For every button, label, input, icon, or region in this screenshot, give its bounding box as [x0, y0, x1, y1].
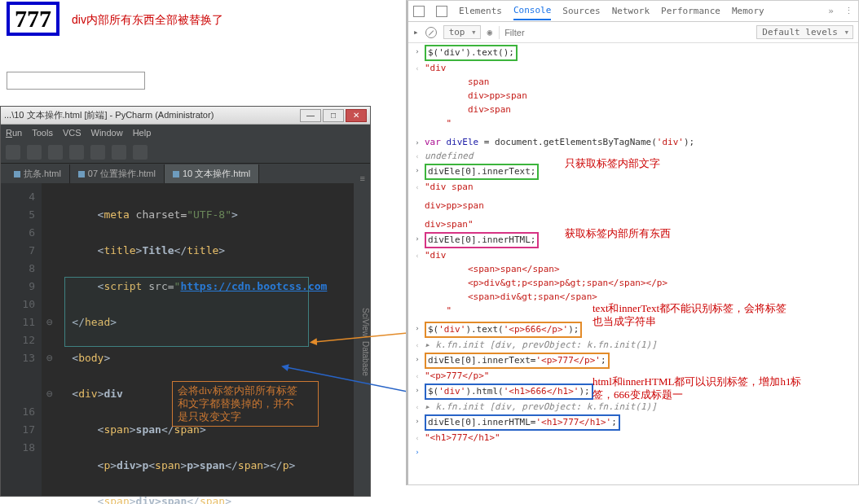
console-input: $('div').text();	[425, 45, 518, 61]
pycharm-window: ...\10 文本操作.html [前端] - PyCharm (Adminis…	[0, 106, 371, 497]
console-output-line: <span>div&gt;span</span>	[425, 291, 597, 304]
toolbar	[1, 141, 370, 164]
annotation-red-5: html和innerHTML都可以识别标签，增加h1标 签，666变成标题一	[592, 375, 801, 401]
menu-tools[interactable]: Tools	[32, 128, 53, 138]
tab-performance[interactable]: Performance	[661, 2, 720, 20]
sidebar-toggle-icon[interactable]: ▸	[413, 27, 419, 37]
code-area[interactable]: <meta charset="UTF-8"> <title>Title</tit…	[42, 183, 370, 496]
console-output-line: ▸ k.fn.init [div, prevObject: k.fn.init(…	[425, 339, 657, 352]
toolbar-button[interactable]	[90, 145, 105, 160]
page-heading-777: 777	[7, 2, 59, 36]
console-output-line: <p>div&gt;p<span>p&gt;span</span></p>	[425, 277, 667, 290]
tab-sources[interactable]: Sources	[562, 2, 600, 20]
console-toolbar: ▸ top ◉ Default levels	[408, 22, 858, 43]
annotation-red-4: text和innerText都不能识别标签，会将标签 也当成字符串	[592, 302, 786, 328]
console-input: divEle[0].innerHTML;	[425, 232, 539, 248]
window-titlebar[interactable]: ...\10 文本操作.html [前端] - PyCharm (Adminis…	[1, 107, 370, 125]
console-output-line: div>pp>span	[425, 90, 527, 103]
maximize-button[interactable]: □	[323, 109, 344, 122]
console-output-line: span	[425, 76, 489, 89]
annotation-red-3: 获取标签内部所有东西	[565, 227, 671, 240]
filter-input[interactable]	[499, 26, 605, 39]
console-output-line: div>span"	[425, 218, 474, 231]
tab-file-2[interactable]: 07 位置操作.html	[70, 164, 165, 183]
tab-console[interactable]: Console	[513, 2, 551, 20]
right-rail[interactable]: SciView Database	[354, 183, 370, 496]
tab-file-3[interactable]: 10 文本操作.html	[165, 164, 259, 183]
devtools-panel: Elements Console Sources Network Perform…	[406, 0, 859, 485]
gutter: 456 789 101112 13 161718	[1, 183, 42, 496]
window-title: ...\10 文本操作.html [前端] - PyCharm (Adminis…	[4, 109, 300, 121]
console-output-line: "	[425, 305, 452, 318]
tab-elements[interactable]: Elements	[459, 2, 502, 20]
menu-window[interactable]: Window	[91, 128, 123, 138]
toolbar-button[interactable]	[27, 145, 42, 160]
toolbar-button[interactable]	[133, 145, 148, 160]
file-icon	[14, 171, 20, 177]
annotation-red-1: div内部所有东西全部被替换了	[72, 13, 223, 28]
more-tabs-icon[interactable]: » ⋮	[828, 6, 853, 16]
close-button[interactable]: ✕	[346, 109, 367, 122]
menu-run[interactable]: RRunun	[6, 128, 22, 138]
toolbar-button[interactable]	[48, 145, 63, 160]
devtools-tabs: Elements Console Sources Network Perform…	[408, 1, 858, 22]
tab-memory[interactable]: Memory	[732, 2, 764, 20]
editor[interactable]: 456 789 101112 13 161718 <meta charset="…	[1, 183, 370, 496]
menubar: RRunun Tools VCS Window Help	[1, 125, 370, 141]
file-icon	[78, 171, 85, 177]
console-input: $('div').html('<h1>666</h1>');	[425, 383, 593, 400]
demo-input[interactable]	[7, 72, 145, 90]
console-output-line: "div span	[425, 181, 474, 194]
annotation-orange-box: 会将div标签内部所有标签 和文字都替换掉的，并不 是只改变文字	[172, 381, 319, 427]
levels-select[interactable]: Default levels	[756, 25, 853, 39]
toolbar-button[interactable]	[69, 145, 84, 160]
editor-tabs: 抗条.html 07 位置操作.html 10 文本操作.html ≡	[1, 164, 370, 183]
console-output-line: ▸ k.fn.init [div, prevObject: k.fn.init(…	[425, 401, 657, 414]
console-output-line: div>span	[425, 103, 511, 116]
console-output-line: "	[425, 117, 452, 130]
annotation-red-2: 只获取标签内部文字	[565, 157, 660, 170]
file-icon	[173, 171, 179, 177]
console-output-line: undefined	[425, 150, 474, 163]
tab-file-1[interactable]: 抗条.html	[6, 164, 70, 183]
console-output-line: "<h1>777</h1>"	[425, 432, 500, 445]
console-input: var divEle = document.getElementsByTagNa…	[425, 136, 694, 149]
inspect-icon[interactable]	[413, 6, 425, 17]
live-expression-icon[interactable]: ◉	[487, 27, 493, 37]
console-input: divEle[0].innerHTML='<h1>777</h1>';	[425, 414, 620, 431]
menu-help[interactable]: Help	[133, 128, 152, 138]
toolbar-button[interactable]	[112, 145, 126, 160]
console-output-line: "<p>777</p>"	[425, 370, 489, 383]
device-icon[interactable]	[436, 6, 447, 17]
hamburger-icon[interactable]: ≡	[360, 173, 365, 183]
context-select[interactable]: top	[443, 25, 481, 39]
minimize-button[interactable]: —	[300, 109, 321, 122]
menu-vcs[interactable]: VCS	[63, 128, 81, 138]
console-output-line: "div	[425, 62, 447, 75]
toolbar-button[interactable]	[6, 145, 20, 160]
clear-console-icon[interactable]	[425, 27, 437, 38]
tab-network[interactable]: Network	[612, 2, 650, 20]
console-input: $('div').text('<p>666</p>');	[425, 322, 582, 338]
console-output[interactable]: ›$('div').text(); ‹"div span div>pp>span…	[408, 43, 858, 484]
console-output-line: div>pp>span	[425, 199, 484, 213]
console-input: divEle[0].innerText;	[425, 164, 539, 180]
console-output-line: "div	[425, 249, 447, 262]
console-input: divEle[0].innerText='<p>777</p>';	[425, 353, 610, 369]
console-output-line: <span>span</span>	[425, 263, 560, 276]
